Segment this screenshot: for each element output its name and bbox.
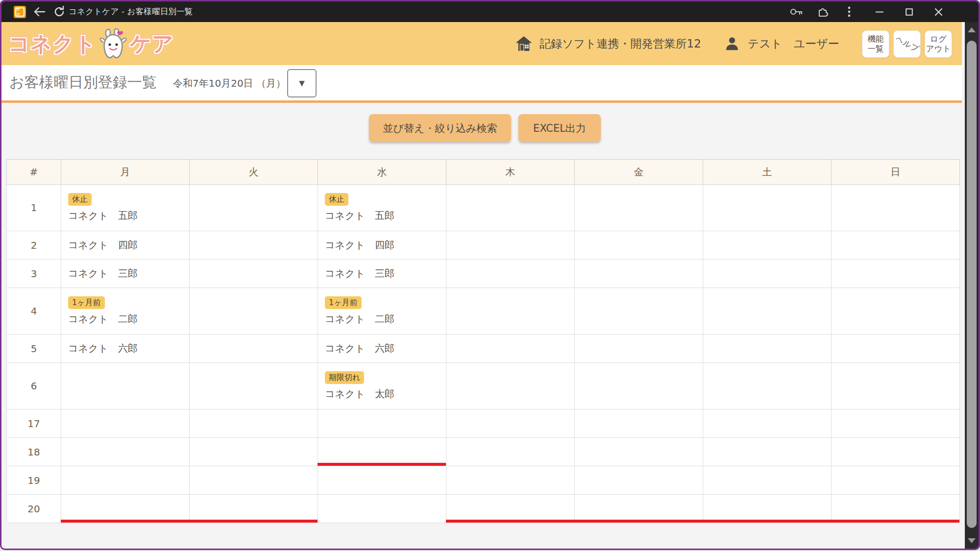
schedule-cell[interactable] [703, 335, 832, 363]
schedule-cell[interactable] [575, 185, 703, 231]
refresh-icon[interactable] [50, 1, 69, 22]
schedule-cell[interactable]: 1ヶ月前 コネクト 二郎 [61, 288, 190, 335]
status-badge: 1ヶ月前 [325, 296, 362, 309]
maximize-icon[interactable] [897, 1, 921, 22]
schedule-cell[interactable] [703, 466, 832, 495]
schedule-cell[interactable] [575, 363, 703, 409]
minimize-icon[interactable] [868, 1, 891, 22]
schedule-cell[interactable] [446, 363, 575, 409]
schedule-cell[interactable] [318, 495, 446, 523]
schedule-cell[interactable] [61, 409, 190, 438]
schedule-cell[interactable] [61, 466, 190, 495]
schedule-cell[interactable] [318, 438, 446, 466]
schedule-cell[interactable] [832, 438, 960, 466]
schedule-cell[interactable] [446, 185, 575, 231]
schedule-cell[interactable] [446, 288, 575, 335]
sort-filter-button[interactable]: 並び替え・絞り込み検索 [369, 114, 511, 142]
schedule-cell[interactable] [446, 495, 575, 523]
schedule-cell[interactable] [190, 185, 318, 231]
schedule-cell[interactable]: コネクト 四郎 [61, 231, 190, 260]
schedule-cell[interactable] [190, 466, 318, 495]
schedule-cell[interactable] [832, 409, 960, 438]
schedule-cell[interactable] [832, 466, 960, 495]
functions-list-button[interactable]: 機能 一覧 [862, 30, 889, 58]
schedule-cell[interactable] [61, 438, 190, 466]
help-button[interactable]: ヘルプ [893, 30, 921, 58]
schedule-cell[interactable] [575, 231, 703, 260]
schedule-cell[interactable]: 1ヶ月前 コネクト 二郎 [318, 288, 446, 335]
customer-name: コネクト 六郎 [68, 342, 187, 355]
password-key-icon[interactable] [785, 1, 807, 22]
schedule-cell[interactable] [575, 466, 703, 495]
row-number: 1 [7, 185, 61, 231]
schedule-cell[interactable] [575, 260, 703, 288]
schedule-cell[interactable] [703, 495, 832, 523]
schedule-cell[interactable] [703, 438, 832, 466]
schedule-cell[interactable]: 休止 コネクト 五郎 [318, 185, 446, 231]
schedule-cell[interactable] [190, 260, 318, 288]
logout-button[interactable]: ログ アウト [925, 30, 952, 58]
schedule-cell[interactable] [318, 466, 446, 495]
schedule-cell[interactable] [446, 335, 575, 363]
schedule-cell[interactable] [575, 495, 703, 523]
schedule-cell[interactable] [190, 495, 318, 523]
schedule-cell[interactable] [703, 260, 832, 288]
back-icon[interactable] [30, 1, 49, 22]
schedule-cell[interactable] [703, 185, 832, 231]
schedule-cell[interactable] [190, 409, 318, 438]
schedule-cell[interactable]: 期限切れ コネクト 太郎 [318, 363, 446, 409]
schedule-cell[interactable] [703, 363, 832, 409]
schedule-cell[interactable]: 休止 コネクト 五郎 [61, 185, 190, 231]
schedule-cell[interactable] [61, 363, 190, 409]
schedule-cell[interactable] [832, 288, 960, 335]
schedule-cell[interactable] [190, 231, 318, 260]
schedule-cell[interactable] [446, 260, 575, 288]
scroll-down-icon[interactable] [965, 533, 979, 549]
schedule-cell[interactable]: コネクト 三郎 [61, 260, 190, 288]
close-icon[interactable] [927, 1, 950, 22]
schedule-cell[interactable] [190, 363, 318, 409]
app-logo[interactable]: コネクト ケア [8, 26, 174, 62]
schedule-cell[interactable] [190, 288, 318, 335]
row-number: 5 [7, 335, 61, 363]
schedule-cell[interactable] [446, 231, 575, 260]
excel-export-button[interactable]: EXCEL出力 [518, 114, 601, 142]
schedule-cell[interactable] [832, 231, 960, 260]
schedule-cell[interactable]: コネクト 六郎 [318, 335, 446, 363]
schedule-cell[interactable] [575, 438, 703, 466]
table-header-row: # 月 火 水 木 金 土 日 [7, 160, 960, 185]
schedule-cell[interactable] [703, 409, 832, 438]
schedule-cell[interactable]: コネクト 四郎 [318, 231, 446, 260]
browser-menu-icon[interactable] [838, 1, 860, 22]
schedule-cell[interactable]: コネクト 三郎 [318, 260, 446, 288]
schedule-cell[interactable] [61, 495, 190, 523]
schedule-cell[interactable] [318, 409, 446, 438]
vertical-scrollbar[interactable] [965, 22, 979, 549]
logo-text-1: コネクト [8, 30, 97, 58]
schedule-cell[interactable] [446, 466, 575, 495]
schedule-cell[interactable] [703, 231, 832, 260]
schedule-cell[interactable] [832, 260, 960, 288]
schedule-cell[interactable] [446, 409, 575, 438]
scroll-up-icon[interactable] [965, 22, 979, 38]
user-icon [724, 36, 740, 51]
schedule-cell[interactable] [190, 335, 318, 363]
schedule-cell[interactable] [832, 335, 960, 363]
help-label: ヘルプ [894, 34, 920, 54]
schedule-cell[interactable]: コネクト 六郎 [61, 335, 190, 363]
schedule-cell[interactable] [832, 495, 960, 523]
page-title-bar: お客様曜日別登録一覧 令和7年10月20日 （月） ▼ [1, 65, 962, 103]
customer-name: コネクト 四郎 [68, 239, 187, 252]
schedule-cell[interactable] [446, 438, 575, 466]
schedule-cell[interactable] [575, 288, 703, 335]
schedule-cell[interactable] [832, 363, 960, 409]
date-dropdown-button[interactable]: ▼ [287, 69, 317, 97]
red-limit-line-wed [318, 463, 446, 466]
schedule-cell[interactable] [703, 288, 832, 335]
scrollbar-thumb[interactable] [967, 41, 977, 528]
schedule-cell[interactable] [190, 438, 318, 466]
schedule-cell[interactable] [575, 335, 703, 363]
extensions-icon[interactable] [812, 1, 833, 22]
schedule-cell[interactable] [575, 409, 703, 438]
schedule-cell[interactable] [832, 185, 960, 231]
